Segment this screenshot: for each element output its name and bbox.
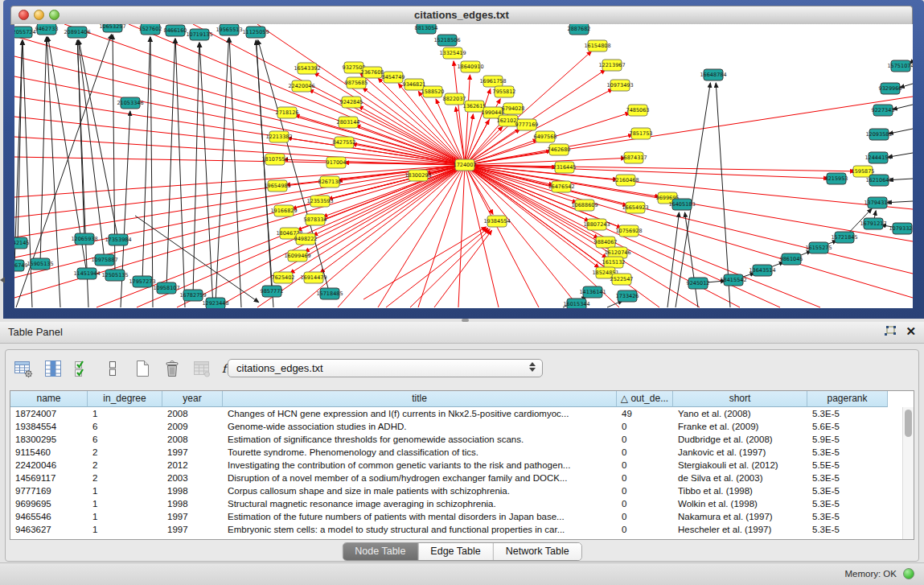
graph-node[interactable]: 16782759 [179,290,206,301]
table-cell[interactable]: 2003 [162,472,223,484]
tab-edge-table[interactable]: Edge Table [418,543,493,560]
table-cell[interactable]: Structural magnetic resonance image aver… [223,497,617,510]
citation-edge-red[interactable] [465,165,607,258]
graph-node[interactable]: 9542145 [14,237,29,249]
graph-node[interactable]: 7955812 [493,86,516,97]
graph-node[interactable]: 9329966 [879,83,902,94]
graph-node[interactable]: 10958107 [153,282,179,294]
graph-node[interactable]: 1527602 [139,24,162,35]
graph-node[interactable]: 15721845 [831,232,857,243]
graph-node[interactable]: 21053346 [117,97,143,109]
graph-node[interactable]: 9777169 [515,119,539,130]
graph-node[interactable]: 18807243 [583,219,610,230]
graph-node[interactable]: 16154808 [584,40,610,51]
table-row[interactable]: 969969511998Structural magnetic resonanc… [10,497,903,510]
table-cell[interactable]: Jankovic et al. (1997) [673,446,807,459]
table-cell[interactable]: Disruption of a novel member of a sodium… [223,472,617,484]
graph-node[interactable]: 12093582 [865,129,892,140]
graph-node[interactable]: 15751074 [887,60,913,72]
graph-node[interactable]: 12444154 [864,152,891,163]
graph-node[interactable]: 18415542 [720,274,746,286]
graph-node[interactable]: 8267130 [318,176,342,187]
graph-node[interactable]: 16210643 [865,175,892,186]
graph-node[interactable]: 19166829 [270,205,297,216]
table-cell[interactable]: 0 [617,472,673,484]
table-cell[interactable]: 0 [617,420,673,433]
citation-edge-red[interactable] [320,165,465,273]
column-header-name[interactable]: name [10,391,88,407]
table-cell[interactable]: 0 [617,433,673,446]
graph-node[interactable]: 1724007 [454,159,477,171]
table-cell[interactable]: Embryonic stem cells: a model to study s… [223,523,617,536]
table-row[interactable]: 911546021997Tourette syndrome. Phenomeno… [10,446,903,459]
table-cell[interactable]: 2012 [162,459,223,472]
table-row[interactable]: 2242004622012Investigating the contribut… [10,459,903,472]
table-cell[interactable]: 5.3E-5 [807,484,888,497]
graph-node[interactable]: 8454749 [382,72,405,83]
graph-node[interactable]: 12065938 [71,233,97,245]
citation-edge-black[interactable] [175,39,185,307]
graph-node[interactable]: 15718485 [316,288,343,299]
table-cell[interactable]: 1997 [162,446,223,459]
graph-node[interactable]: 16543392 [294,63,320,74]
table-row[interactable]: 1872400712008Changes of HCN gene express… [10,407,903,420]
table-cell[interactable]: 5.3E-5 [807,446,888,459]
table-column-icon[interactable] [42,357,64,380]
table-cell[interactable]: 5.3E-5 [807,472,888,484]
graph-node[interactable]: 11451944 [73,268,100,279]
graph-node[interactable]: 6794028 [502,103,525,114]
table-cell[interactable]: Tibbo et al. (1998) [673,484,807,497]
table-cell[interactable]: 9465546 [10,510,88,523]
graph-node[interactable]: 8466160 [164,25,187,36]
table-cell[interactable]: Nakamura et al. (1997) [673,510,807,523]
citation-edge-red[interactable] [338,165,465,307]
column-header-out_de[interactable]: △ out_de... [617,391,673,407]
table-cell[interactable]: 2 [88,446,162,459]
tab-node-table[interactable]: Node Table [343,543,418,560]
table-cell[interactable]: 9115460 [10,446,88,459]
float-panel-icon[interactable] [884,326,896,337]
table-selector-dropdown[interactable]: citations_edges.txt [228,359,543,377]
citation-edge-black[interactable] [150,37,153,307]
graph-node[interactable]: 22420046 [288,80,314,92]
table-cell[interactable]: 2009 [162,420,223,433]
citation-edge-red[interactable] [217,165,465,307]
column-header-pagerank[interactable]: pagerank [807,391,888,407]
graph-node[interactable]: 10653257 [99,24,125,32]
citation-edge-black[interactable] [887,201,913,203]
table-cell[interactable]: 0 [617,497,673,510]
graph-node[interactable]: 18300295 [405,170,431,181]
graph-node[interactable]: 12923448 [202,298,228,308]
table-cell[interactable]: Corpus callosum shape and size in male p… [223,484,617,497]
column-header-year[interactable]: year [162,391,223,407]
delete-table-icon[interactable] [161,357,183,380]
graph-node[interactable]: 19565513 [216,24,242,35]
citation-edge-red[interactable] [434,230,492,307]
graph-node[interactable]: 12213967 [598,60,625,71]
citation-edge-red[interactable] [465,165,828,179]
graph-node[interactable]: 8427552 [333,137,356,148]
table-cell[interactable]: 5.9E-5 [807,433,888,446]
citation-edge-black[interactable] [193,43,199,295]
table-cell[interactable]: 14569117 [10,472,88,484]
table-row[interactable]: 1830029562008Estimation of significance … [10,433,903,446]
table-vertical-scrollbar[interactable] [902,407,914,539]
graph-node[interactable]: 9242845 [340,97,363,108]
new-table-icon[interactable] [131,357,154,380]
graph-node[interactable]: 6497568 [534,131,557,142]
table-cell[interactable]: de Silva et al. (2003) [673,472,807,484]
hide-panel-arrow-icon[interactable] [0,277,5,283]
tab-network-table[interactable]: Network Table [494,543,581,560]
graph-node[interactable]: 2367608 [361,67,384,78]
table-cell[interactable]: 1 [88,523,162,536]
graph-node[interactable]: 7625402 [272,272,295,283]
graph-node[interactable]: 9227343 [872,105,895,116]
graph-node[interactable]: 10973493 [606,80,633,91]
close-panel-icon[interactable]: ✕ [906,325,916,338]
table-cell[interactable]: Investigating the contribution of common… [223,459,617,472]
graph-node[interactable]: 9884067 [594,237,618,248]
graph-node[interactable]: 16654923 [622,202,648,213]
graph-node[interactable]: 11026749 [14,260,28,271]
graph-node[interactable]: 9875685 [345,77,368,89]
citation-edge-red[interactable] [313,165,465,236]
